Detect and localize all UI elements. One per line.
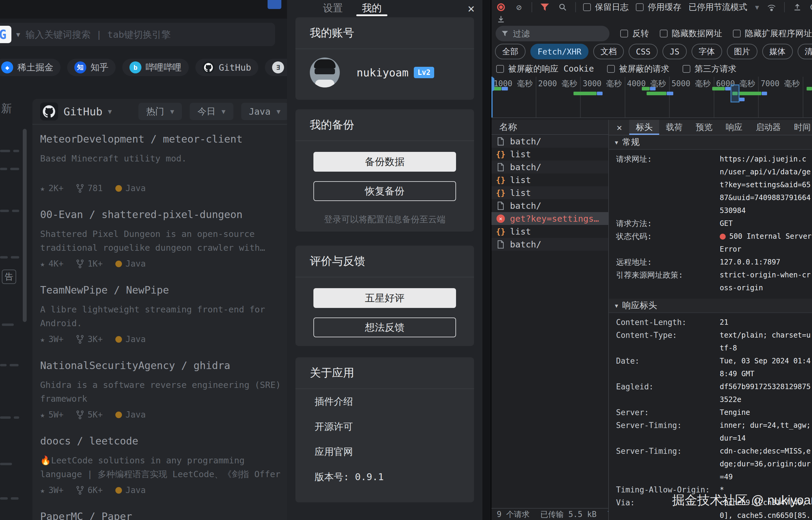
repo-list-item[interactable]: doocs / leetcode 🔥LeetCode solutions in … [32, 434, 296, 510]
checkbox-icon[interactable] [636, 3, 643, 11]
repo-list-item[interactable]: NationalSecurityAgency / ghidra Ghidra i… [32, 359, 296, 434]
repo-list-item[interactable]: 00-Evan / shattered-pixel-dungeon Shatte… [32, 208, 296, 283]
clipped-blue-button[interactable] [268, 0, 281, 9]
repo-name-link[interactable]: 00-Evan / shattered-pixel-dungeon [40, 208, 288, 221]
search-icon[interactable] [557, 2, 568, 12]
inspector-tab[interactable]: 预览 [689, 120, 719, 135]
inspector-tab[interactable]: 载荷 [659, 120, 689, 135]
header-row: Server-Timing: inner; dur=24,tt_agw; dur… [609, 419, 812, 445]
inspector-tab[interactable]: 标头 [629, 120, 659, 135]
blocked-filter-checkbox[interactable]: 被屏蔽的响应 Cookie [496, 63, 594, 75]
selected-request-highlight[interactable] [731, 84, 739, 102]
name-column-header[interactable]: 名称 [491, 120, 608, 135]
blocked-filter-checkbox[interactable]: 被屏蔽的请求 [607, 63, 669, 75]
request-type-chip[interactable]: 图片 [727, 44, 758, 59]
request-type-chip[interactable]: CSS [629, 44, 658, 59]
header-value-text: Tengine [720, 408, 750, 417]
settings-tab[interactable]: 设置 [323, 0, 343, 16]
network-conditions-icon[interactable] [766, 2, 777, 12]
restore-backup-button[interactable]: 恢复备份 [313, 181, 456, 201]
clear-network-log-button[interactable]: ⊘ [513, 2, 524, 12]
checkbox-icon[interactable] [733, 30, 741, 37]
checkbox-icon[interactable] [496, 65, 504, 73]
timeline-scrubber[interactable] [491, 77, 492, 118]
request-type-chip[interactable]: 全部 [495, 44, 526, 59]
feed-filter-dropdown[interactable]: 热门 ▼ [138, 103, 182, 120]
checkbox-icon[interactable] [683, 65, 690, 73]
invert-filter-checkbox[interactable]: 反转 [620, 28, 649, 39]
request-type-chip[interactable]: 清单 [797, 44, 812, 59]
hide-extension-urls-checkbox[interactable]: 隐藏扩展程序网址 [733, 28, 812, 39]
export-har-icon[interactable] [496, 14, 506, 25]
checkbox-icon[interactable] [583, 3, 591, 11]
repo-name-link[interactable]: PaperMC / Paper [40, 510, 288, 520]
throttling-dropdown[interactable]: 已停用节流模式 ▼ [689, 1, 759, 13]
request-type-chip[interactable]: Fetch/XHR [530, 44, 588, 59]
about-list-item[interactable]: 开源许可 [296, 414, 474, 439]
repo-name-link[interactable]: doocs / leetcode [40, 434, 288, 447]
hide-data-urls-checkbox[interactable]: 隐藏数据网址 [660, 28, 722, 39]
request-row[interactable]: {} ✕ batch/ [491, 199, 608, 212]
network-overview-timeline[interactable]: 1000 毫秒2000 毫秒3000 毫秒4000 毫秒5000 毫秒6000 … [491, 77, 812, 118]
feedback-idea-button[interactable]: 想法反馈 [313, 317, 456, 337]
chevron-down-icon[interactable]: ▼ [16, 31, 20, 38]
repo-list-item[interactable]: TeamNewPipe / NewPipe A libre lightweigh… [32, 283, 296, 359]
repo-name-link[interactable]: NationalSecurityAgency / ghidra [40, 359, 288, 372]
request-row[interactable]: {} ✕ batch/ [491, 238, 608, 251]
repo-description: 🔥LeetCode solutions in any programming l… [40, 453, 288, 482]
bookmark-pill[interactable]: GitHub [195, 59, 258, 76]
request-type-chip[interactable]: 媒体 [762, 44, 793, 59]
bookmark-pill[interactable]: ◆ 稀土掘金 [0, 59, 60, 76]
repo-list-item[interactable]: PaperMC / Paper ★ [32, 510, 296, 520]
backup-data-button[interactable]: 备份数据 [313, 152, 456, 172]
rate-five-stars-button[interactable]: 五星好评 [313, 288, 456, 308]
import-har-icon[interactable] [792, 2, 803, 12]
about-list-item[interactable]: 插件介绍 [296, 389, 474, 414]
request-row[interactable]: {} ✕ list [491, 174, 608, 186]
request-name: list [510, 175, 531, 185]
about-list-item[interactable]: 应用官网 [296, 439, 474, 465]
checkbox-icon[interactable] [620, 30, 628, 37]
inspector-tab[interactable]: 启动器 [749, 120, 787, 135]
inspector-tab[interactable]: 时间 [787, 120, 812, 135]
request-row[interactable]: {} ✕ list [491, 225, 608, 238]
repo-name-link[interactable]: MeteorDevelopment / meteor-client [40, 132, 288, 146]
feed-filter-dropdown[interactable]: 今日 ▼ [190, 103, 233, 120]
repo-list-item[interactable]: MeteorDevelopment / meteor-client Based … [32, 132, 296, 208]
feed-filter-dropdown[interactable]: Java ▼ [241, 103, 288, 120]
request-type-chip[interactable]: JS [662, 44, 687, 59]
request-row[interactable]: {} ✕ list [491, 148, 608, 160]
filter-input[interactable] [513, 29, 597, 38]
search-input[interactable] [25, 29, 269, 40]
request-row[interactable]: {} ✕ list [491, 186, 608, 199]
search-engine-icon[interactable]: G [0, 26, 11, 43]
checkbox-icon[interactable] [660, 30, 667, 37]
close-icon[interactable]: ✕ [468, 2, 475, 15]
preserve-log-checkbox[interactable]: 保留日志 [583, 1, 629, 13]
timeline-scrubber-handle[interactable] [491, 77, 494, 91]
request-row[interactable]: {} ✕ batch/ [491, 135, 608, 148]
bookmark-pill[interactable]: b 哔哩哔哩 [122, 59, 189, 76]
gear-icon[interactable]: ⚙ [810, 1, 812, 12]
disable-cache-checkbox[interactable]: 停用缓存 [636, 1, 681, 13]
search-bar[interactable]: G ▼ [0, 23, 275, 46]
close-icon[interactable]: ✕ [612, 122, 627, 133]
repo-name-link[interactable]: TeamNewPipe / NewPipe [40, 283, 288, 296]
request-row[interactable]: {} ✕ batch/ [491, 160, 608, 174]
bookmark-pill[interactable]: 知 知乎 [67, 59, 116, 76]
checkbox-icon[interactable] [607, 65, 615, 73]
response-headers-section-header[interactable]: ▼ 响应标头 [609, 298, 812, 313]
request-type-chip[interactable]: 字体 [691, 44, 722, 59]
scrollbar-thumb[interactable] [23, 129, 27, 322]
blocked-filter-checkbox[interactable]: 第三方请求 [683, 63, 736, 75]
filter-input-pill[interactable] [496, 26, 609, 41]
general-section-header[interactable]: ▼ 常规 [609, 135, 812, 150]
filter-funnel-icon[interactable] [539, 2, 550, 12]
inspector-tab[interactable]: 响应 [719, 120, 749, 135]
settings-tab[interactable]: 我的 [362, 0, 382, 16]
record-network-log-button[interactable] [497, 3, 505, 11]
about-list-item[interactable]: 版本号: 0.9.1 [296, 465, 474, 490]
request-row[interactable]: {} ✕ get?key=settings&aid=6587&… [491, 212, 608, 225]
request-type-chip[interactable]: 文档 [593, 44, 624, 59]
chevron-down-icon[interactable]: ▼ [108, 108, 112, 115]
